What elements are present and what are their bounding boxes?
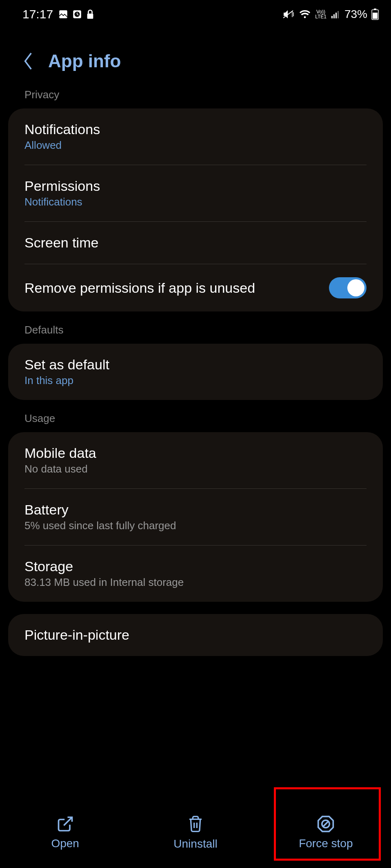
storage-item[interactable]: Storage 83.13 MB used in Internal storag… (8, 546, 383, 602)
mobile-data-title: Mobile data (24, 445, 96, 461)
clock-icon (72, 9, 82, 20)
svg-line-13 (323, 821, 329, 826)
status-bar: 17:17 Vo))LTE1 73% (0, 0, 391, 29)
open-label: Open (51, 837, 79, 850)
toggle-thumb (347, 279, 364, 296)
uninstall-label: Uninstall (173, 837, 217, 850)
remove-permissions-toggle[interactable] (329, 277, 367, 298)
remove-permissions-title: Remove permissions if app is unused (24, 280, 255, 296)
status-time: 17:17 (22, 7, 53, 21)
bottom-nav: Open Uninstall Force stop (0, 795, 391, 868)
section-label-defaults: Defaults (0, 324, 391, 344)
svg-rect-5 (331, 16, 333, 18)
svg-rect-6 (333, 14, 335, 18)
pip-card: Picture-in-picture (8, 614, 383, 656)
battery-subtitle: 5% used since last fully charged (24, 519, 176, 532)
lock-icon (86, 9, 95, 20)
battery-item[interactable]: Battery 5% used since last fully charged (8, 489, 383, 545)
notifications-title: Notifications (24, 121, 100, 137)
trash-icon (187, 815, 204, 833)
open-button[interactable]: Open (0, 795, 130, 868)
battery-icon (371, 9, 379, 20)
status-icons-left (58, 9, 95, 20)
back-icon[interactable] (22, 52, 34, 70)
picture-in-picture-item[interactable]: Picture-in-picture (8, 614, 383, 656)
screen-time-title: Screen time (24, 235, 98, 251)
section-label-usage: Usage (0, 412, 391, 432)
battery-percent: 73% (344, 8, 367, 21)
page-title: App info (48, 51, 121, 71)
remove-permissions-item[interactable]: Remove permissions if app is unused (8, 264, 383, 311)
mute-vibrate-icon (282, 9, 295, 20)
mobile-data-item[interactable]: Mobile data No data used (8, 432, 383, 488)
storage-subtitle: 83.13 MB used in Internal storage (24, 576, 184, 589)
section-label-privacy: Privacy (0, 88, 391, 108)
privacy-card: Notifications Allowed Permissions Notifi… (8, 108, 383, 311)
signal-icon (331, 9, 340, 19)
wifi-icon (299, 9, 311, 19)
usage-card: Mobile data No data used Battery 5% used… (8, 432, 383, 602)
svg-rect-7 (335, 13, 337, 18)
svg-rect-3 (87, 13, 93, 19)
permissions-subtitle: Notifications (24, 196, 100, 208)
header: App info (0, 29, 391, 88)
force-stop-button[interactable]: Force stop (261, 795, 391, 868)
notifications-item[interactable]: Notifications Allowed (8, 108, 383, 165)
gallery-icon (58, 9, 69, 20)
force-stop-label: Force stop (299, 837, 353, 850)
picture-in-picture-title: Picture-in-picture (24, 627, 129, 643)
permissions-title: Permissions (24, 178, 100, 194)
set-as-default-title: Set as default (24, 357, 109, 373)
screen-time-item[interactable]: Screen time (8, 222, 383, 264)
defaults-card: Set as default In this app (8, 344, 383, 400)
mobile-data-subtitle: No data used (24, 463, 96, 475)
set-as-default-subtitle: In this app (24, 374, 109, 387)
svg-rect-11 (373, 13, 378, 19)
notifications-subtitle: Allowed (24, 139, 100, 152)
storage-title: Storage (24, 559, 184, 574)
volte-indicator: Vo))LTE1 (315, 9, 327, 19)
status-bar-left: 17:17 (22, 7, 95, 21)
uninstall-button[interactable]: Uninstall (130, 795, 260, 868)
svg-rect-8 (338, 11, 339, 18)
svg-rect-0 (59, 10, 67, 18)
force-stop-icon (317, 815, 335, 833)
set-as-default-item[interactable]: Set as default In this app (8, 344, 383, 400)
open-icon (56, 815, 74, 833)
permissions-item[interactable]: Permissions Notifications (8, 165, 383, 221)
status-bar-right: Vo))LTE1 73% (282, 8, 379, 21)
battery-title: Battery (24, 502, 176, 518)
